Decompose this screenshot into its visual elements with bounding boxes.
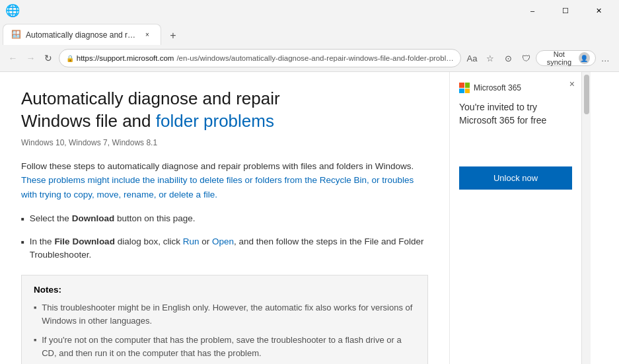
profile-sync-button[interactable]: Not syncing 👤 [536,50,595,66]
title-bar: 🌐 – ☐ ✕ [0,0,619,21]
side-panel: × Microsoft 365 You're invited to try Mi… [449,72,581,364]
notes-box: Notes: This troubleshooter might be in E… [21,275,428,364]
step-2: In the File Download dialog box, click R… [21,235,428,262]
intro-link[interactable]: These problems might include the inabili… [21,175,414,200]
favorites-button[interactable]: ☆ [482,49,498,67]
active-tab[interactable]: 🪟 Automatically diagnose and rep… × [3,24,161,45]
address-bar[interactable]: 🔒 https://support.microsoft.com /en-us/w… [59,49,461,67]
steps-list: Select the Download button on this page.… [21,212,428,262]
main-content: Automatically diagnose and repair Window… [0,72,449,364]
page-subtitle: Windows 10, Windows 7, Windows 8.1 [21,138,428,147]
nav-icons-right: Aa ☆ ⊙ 🛡 Not syncing 👤 … [464,49,614,67]
page-title: Automatically diagnose and repair Window… [21,88,428,133]
restore-button[interactable]: ☐ [550,0,581,21]
new-tab-button[interactable]: + [164,26,182,45]
lock-icon: 🔒 [66,55,74,62]
tab-close-button[interactable]: × [142,30,153,40]
forward-button[interactable]: → [23,49,38,67]
avatar: 👤 [579,52,589,64]
note-1: This troubleshooter might be in English … [34,301,416,327]
back-button[interactable]: ← [5,49,20,67]
collections-button[interactable]: ⊙ [500,49,517,67]
read-mode-button[interactable]: Aa [464,49,480,67]
ms365-logo-area: Microsoft 365 [459,83,572,93]
more-options-button[interactable]: … [597,49,614,67]
refresh-button[interactable]: ↻ [41,49,56,67]
unlock-now-button[interactable]: Unlock now [459,166,572,190]
microsoft-logo-icon [459,83,470,93]
close-button[interactable]: ✕ [583,0,614,21]
nav-bar: ← → ↻ 🔒 https://support.microsoft.com /e… [0,45,619,71]
tab-favicon: 🪟 [11,30,22,40]
run-link[interactable]: Run [183,237,200,246]
scrollbar[interactable] [581,72,591,364]
intro-paragraph: Follow these steps to automatically diag… [21,159,428,202]
browser-chrome: 🌐 – ☐ ✕ 🪟 Automatically diagnose and rep… [0,0,619,72]
note-2: If you're not on the computer that has t… [34,334,416,359]
scrollbar-thumb[interactable] [584,75,589,114]
window-controls: – ☐ ✕ [517,0,614,21]
address-path: /en-us/windows/automatically-diagnose-an… [176,54,453,62]
side-panel-close-button[interactable]: × [569,79,575,89]
ms365-name: Microsoft 365 [474,83,521,92]
page-content: Automatically diagnose and repair Window… [0,72,619,364]
notes-title: Notes: [34,285,416,295]
ms365-invite-text: You're invited to try Microsoft 365 for … [459,101,572,127]
notes-list: This troubleshooter might be in English … [34,301,416,359]
address-domain: https://support.microsoft.com [77,54,174,62]
step-1: Select the Download button on this page. [21,212,428,225]
minimize-button[interactable]: – [517,0,548,21]
not-syncing-label: Not syncing [542,50,576,66]
browser-wallet-button[interactable]: 🛡 [518,49,534,67]
tab-bar: 🪟 Automatically diagnose and rep… × + [0,21,619,45]
open-link[interactable]: Open [212,237,234,246]
tab-title: Automatically diagnose and rep… [26,30,138,40]
edge-logo: 🌐 [5,3,20,18]
